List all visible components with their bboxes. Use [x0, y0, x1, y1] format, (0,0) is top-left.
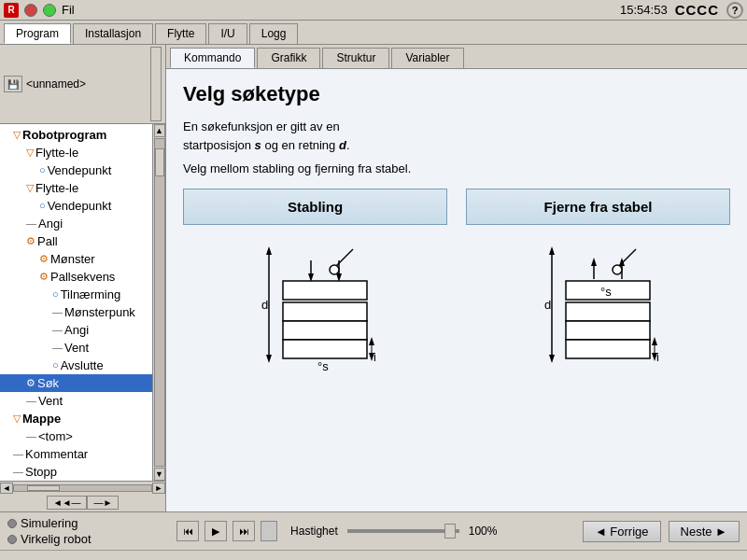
forward-button[interactable]: ⏭	[233, 521, 255, 541]
titlebar-right: 15:54:53 CCCC ?	[620, 2, 743, 19]
tree-label: Vendepunkt	[48, 162, 112, 178]
tree-item-vent1[interactable]: — Vent	[0, 339, 152, 357]
scroll-track	[154, 138, 165, 467]
status-bar: Simulering Virkelig robot ⏮ ▶ ⏭ Hastighe…	[0, 511, 747, 560]
page-title: Velg søketype	[183, 82, 730, 106]
tree-item-monster[interactable]: ⚙ Mønster	[0, 250, 152, 268]
tree-item-vendepunkt1[interactable]: ○ Vendepunkt	[0, 161, 152, 179]
min-btn-green[interactable]	[43, 4, 56, 17]
tree-item-avslutte[interactable]: ○ Avslutte	[0, 357, 152, 374]
node-icon: ○	[52, 287, 59, 302]
tab-kommando[interactable]: Kommando	[170, 48, 255, 68]
svg-rect-7	[283, 281, 367, 300]
close-btn-red[interactable]	[24, 4, 37, 17]
tree-item-robotprogram[interactable]: ▽ Robotprogram	[0, 126, 152, 144]
svg-rect-4	[283, 302, 367, 321]
tab-grafikk[interactable]: Grafikk	[257, 48, 320, 68]
expand-icon: ▽	[26, 145, 34, 161]
fjerne-button[interactable]: Fjerne fra stabel	[466, 189, 730, 225]
svg-text:d: d	[544, 298, 551, 312]
svg-text:i: i	[656, 350, 659, 364]
tab-logg[interactable]: Logg	[249, 23, 299, 44]
scroll-left-btn[interactable]: ◄	[0, 483, 13, 494]
desc-line1: En søkefunksjon er gitt av en	[183, 119, 340, 133]
save-icon[interactable]: 💾	[4, 76, 22, 92]
sidebar: 💾 <unnamed> ▽ Robotprogram ▽ Flytte-le ○…	[0, 45, 166, 511]
svg-rect-6	[283, 340, 367, 358]
expand-icon: ▽	[13, 127, 21, 143]
speed-thumb[interactable]	[444, 524, 456, 539]
h-scroll-thumb[interactable]	[27, 485, 60, 491]
expand-icon: ⚙	[26, 233, 35, 249]
desc-line2b: og en retning	[261, 138, 339, 152]
tree-label: Tilnærming	[61, 287, 121, 302]
tree-item-vendepunkt2[interactable]: ○ Vendepunkt	[0, 197, 152, 215]
tree-item-pallsekvens[interactable]: ⚙ Pallsekvens	[0, 268, 152, 286]
tree-item-vent2[interactable]: — Vent	[0, 392, 152, 410]
arrow-left-btn[interactable]: ◄◄—	[47, 496, 88, 510]
app-logo: R	[4, 3, 19, 18]
prev-button[interactable]: ◄ Forrige	[583, 521, 661, 542]
tree-label: Vent	[38, 393, 63, 409]
speed-indicator	[261, 521, 277, 541]
tree-item-monsterpunkt[interactable]: — Mønsterpunk	[0, 303, 152, 321]
tree-item-tilnaerming[interactable]: ○ Tilnærming	[0, 286, 152, 303]
tab-struktur[interactable]: Struktur	[322, 48, 389, 68]
tree-label: Mappe	[22, 411, 61, 427]
fjerne-diagram: d	[524, 232, 673, 372]
svg-marker-37	[652, 337, 657, 345]
tree-item-flytte2[interactable]: ▽ Flytte-le	[0, 179, 152, 197]
speed-slider[interactable]	[347, 529, 459, 533]
top-tabs: Program Installasjon Flytte I/U Logg	[0, 21, 747, 45]
svg-text:i: i	[374, 350, 376, 364]
scroll-down-btn[interactable]: ▼	[154, 468, 165, 481]
sidebar-hscrollbar: ◄ ►	[0, 481, 165, 494]
help-button[interactable]: ?	[726, 2, 743, 19]
tab-flytte[interactable]: Flytte	[155, 23, 206, 44]
sidebar-scroll-handle[interactable]	[150, 47, 162, 121]
tree-item-angi2[interactable]: — Angi	[0, 321, 152, 339]
svg-text:°s: °s	[317, 359, 329, 372]
tab-program[interactable]: Program	[4, 23, 71, 44]
tree-item-tom1[interactable]: — <tom>	[0, 427, 152, 445]
rewind-button[interactable]: ⏮	[176, 521, 199, 541]
expand-icon: ▽	[13, 411, 21, 427]
stabling-button[interactable]: Stabling	[183, 189, 447, 225]
sidebar-header: 💾 <unnamed>	[0, 45, 165, 124]
desc-italic-d: d	[339, 138, 346, 152]
svg-point-13	[330, 265, 339, 274]
sidebar-tree: ▽ Robotprogram ▽ Flytte-le ○ Vendepunkt …	[0, 124, 152, 481]
fjerne-card: Fjerne fra stabel d	[466, 189, 730, 372]
tree-item-stopp[interactable]: — Stopp	[0, 463, 152, 481]
play-button[interactable]: ▶	[204, 521, 227, 541]
arrow-right-btn[interactable]: —►	[87, 496, 119, 510]
tab-installasjon[interactable]: Installasjon	[73, 23, 153, 44]
scroll-right-btn[interactable]: ►	[152, 483, 165, 494]
tab-iu[interactable]: I/U	[208, 23, 247, 44]
svg-point-32	[613, 265, 622, 274]
scroll-up-btn[interactable]: ▲	[154, 124, 165, 137]
tree-label: Pallsekvens	[50, 269, 115, 285]
tree-item-sok[interactable]: ⚙ Søk	[0, 374, 152, 392]
node-icon: ⚙	[39, 269, 49, 285]
scroll-thumb[interactable]	[155, 148, 164, 176]
next-button[interactable]: Neste ►	[669, 521, 740, 542]
tree-label: <tom>	[38, 428, 73, 444]
svg-marker-20	[549, 246, 555, 255]
tree-item-kommentar[interactable]: — Kommentar	[0, 445, 152, 463]
titlebar: R Fil 15:54:53 CCCC ?	[0, 0, 747, 21]
sidebar-vscrollbar[interactable]: ▲ ▼	[152, 124, 165, 481]
speed-pct: 100%	[469, 525, 498, 538]
file-menu[interactable]: Fil	[62, 3, 75, 17]
content-area: Kommando Grafikk Struktur Variabler Velg…	[166, 45, 747, 511]
tree-item-flytte1[interactable]: ▽ Flytte-le	[0, 144, 152, 161]
tree-label: Flytte-le	[35, 180, 78, 196]
tree-item-angi1[interactable]: — Angi	[0, 215, 152, 232]
tab-variabler[interactable]: Variabler	[391, 48, 463, 68]
tree-item-pall[interactable]: ⚙ Pall	[0, 232, 152, 250]
svg-text:°s: °s	[600, 285, 612, 299]
node-icon: —	[13, 446, 23, 462]
tree-label: Angi	[38, 216, 63, 231]
choices-container: Stabling d	[183, 189, 730, 372]
tree-item-mappe[interactable]: ▽ Mappe	[0, 410, 152, 427]
